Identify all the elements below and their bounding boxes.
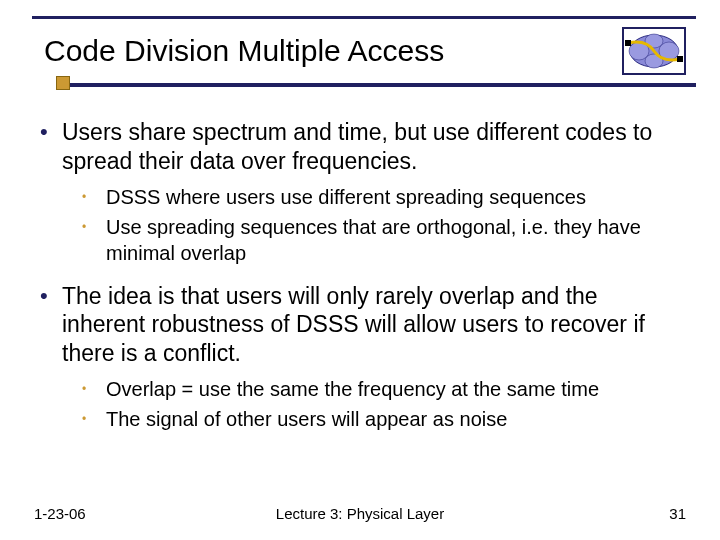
- bullet-level2: The signal of other users will appear as…: [80, 406, 686, 432]
- footer-date: 1-23-06: [34, 505, 86, 522]
- top-rule: [32, 16, 696, 19]
- bullet-level1: The idea is that users will only rarely …: [34, 282, 686, 368]
- footer-lecture: Lecture 3: Physical Layer: [276, 505, 444, 522]
- bottom-rule-wrap: [24, 83, 696, 87]
- title-row: Code Division Multiple Access: [14, 27, 706, 75]
- network-logo-icon: [622, 27, 686, 75]
- accent-box-icon: [56, 76, 70, 90]
- slide-content: Users share spectrum and time, but use d…: [34, 118, 686, 436]
- bullet-level2: Overlap = use the same the frequency at …: [80, 376, 686, 402]
- bullet-level2: DSSS where users use different spreading…: [80, 184, 686, 210]
- slide-title: Code Division Multiple Access: [44, 34, 444, 68]
- bottom-rule: [66, 83, 696, 87]
- footer-page: 31: [669, 505, 686, 522]
- title-bar: Code Division Multiple Access: [14, 16, 706, 87]
- slide-footer: 1-23-06 Lecture 3: Physical Layer 31: [34, 505, 686, 522]
- svg-rect-5: [625, 40, 631, 46]
- bullet-level2: Use spreading sequences that are orthogo…: [80, 214, 686, 266]
- bullet-level1: Users share spectrum and time, but use d…: [34, 118, 686, 176]
- svg-rect-6: [677, 56, 683, 62]
